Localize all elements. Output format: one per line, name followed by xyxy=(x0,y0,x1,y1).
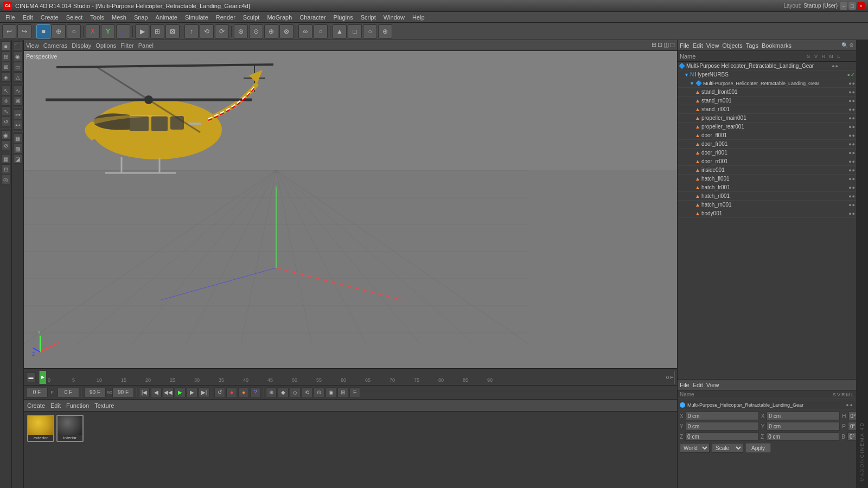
sf-ctrl2[interactable]: ● xyxy=(852,89,855,95)
menu-sculpt[interactable]: Sculpt xyxy=(240,13,263,22)
attr-menu-edit[interactable]: Edit xyxy=(693,382,703,388)
redo-button[interactable]: ↪ xyxy=(17,24,31,38)
menu-plugins[interactable]: Plugins xyxy=(330,13,356,22)
obj-stand-front[interactable]: ▲ stand_front001 ● ● xyxy=(678,88,856,97)
end-frame-input[interactable] xyxy=(84,388,106,397)
menu-script[interactable]: Script xyxy=(358,13,379,22)
coord-y-scale[interactable] xyxy=(767,422,840,431)
tool-effector[interactable]: ⊷ xyxy=(13,120,23,130)
obj-door-rl[interactable]: ▲ door_rl001 ● ● xyxy=(678,149,856,157)
obj-hatch-fr[interactable]: ▲ hatch_fr001 ● ● xyxy=(678,183,856,192)
z-axis-btn[interactable]: Z xyxy=(116,24,130,38)
current-frame-input[interactable] xyxy=(26,388,48,397)
hn-ctrl-v[interactable]: ✓ xyxy=(851,72,855,78)
menu-snap[interactable]: Snap xyxy=(131,13,151,22)
snap-btn[interactable]: ↑ xyxy=(184,24,199,38)
obj-stand-rl[interactable]: ▲ stand_rl001 ● ● xyxy=(678,105,856,114)
obj-settings-icon[interactable]: ⚙ xyxy=(849,42,854,48)
render-preview-btn[interactable]: ▶ xyxy=(135,24,149,38)
tool-sphere[interactable]: ◉ xyxy=(13,52,23,61)
obj-propeller-rear[interactable]: ▲ propeller_rear001 ● ● xyxy=(678,123,856,131)
start-frame-input[interactable] xyxy=(58,388,79,397)
tool-spline[interactable]: ∿ xyxy=(13,86,23,95)
circle-btn[interactable]: ○ xyxy=(314,24,328,38)
menu-mesh[interactable]: Mesh xyxy=(108,13,130,22)
mat-function[interactable]: Function xyxy=(66,402,89,409)
play-btn[interactable]: ▶ xyxy=(175,387,186,398)
record-btn[interactable]: ● xyxy=(226,387,237,398)
help-btn[interactable]: ? xyxy=(250,387,261,398)
foreground-btn[interactable]: ⊗ xyxy=(279,24,293,38)
attr-menu-file[interactable]: File xyxy=(680,382,690,388)
key7-btn[interactable]: F xyxy=(349,387,360,398)
obj-hatch-rn[interactable]: ▲ hatch_rn001 ● ● xyxy=(678,201,856,209)
background-btn[interactable]: ⊕ xyxy=(264,24,278,38)
obj-menu-objects[interactable]: Objects xyxy=(722,42,742,49)
key3-btn[interactable]: ⟲ xyxy=(302,387,312,398)
snap-rotate-btn[interactable]: ⟲ xyxy=(200,24,214,38)
render-btn[interactable]: ⊞ xyxy=(150,24,164,38)
sf-ctrl[interactable]: ● xyxy=(848,89,851,95)
move-tool[interactable]: ✛ xyxy=(1,96,11,106)
material-interior[interactable]: interior xyxy=(56,415,84,442)
root-ctrl-s[interactable]: ● xyxy=(832,63,834,69)
menu-window[interactable]: Window xyxy=(380,13,408,22)
tool-deformer[interactable]: ⊶ xyxy=(13,110,23,119)
loop-btn[interactable]: ↺ xyxy=(214,387,225,398)
tool-mat[interactable]: ◪ xyxy=(13,154,23,164)
sky-btn[interactable]: ⊙ xyxy=(249,24,263,38)
menu-create[interactable]: Create xyxy=(37,13,62,22)
obj-hatch-rl[interactable]: ▲ hatch_rl001 ● ● xyxy=(678,192,856,201)
weld-tool[interactable]: ◎ xyxy=(1,175,11,184)
vp-icon-3[interactable]: ◫ xyxy=(663,41,669,48)
key4-btn[interactable]: ⊙ xyxy=(314,387,324,398)
key5-btn[interactable]: ◉ xyxy=(326,387,336,398)
rotate-tool[interactable]: ↺ xyxy=(1,117,11,126)
sr-ctrl-v[interactable]: ● xyxy=(852,81,855,86)
coord-y-pos[interactable] xyxy=(686,422,759,431)
menu-tools[interactable]: Tools xyxy=(87,13,107,22)
menu-character[interactable]: Character xyxy=(296,13,329,22)
obj-inside[interactable]: ▲ inside001 ● ● xyxy=(678,166,856,175)
mode-edge[interactable]: ⊠ xyxy=(1,62,11,72)
viewport[interactable]: View Cameras Display Options Filter Pane… xyxy=(24,40,677,369)
tool-grid2[interactable]: ▩ xyxy=(13,144,23,153)
brush-tool[interactable]: ◉ xyxy=(1,130,11,140)
tool-nurbs[interactable]: ⌘ xyxy=(13,96,23,106)
material-tool[interactable]: ▦ xyxy=(1,154,11,164)
attr-obj-ctrl2[interactable]: ● xyxy=(850,402,853,408)
hn-ctrl-s[interactable]: ● xyxy=(847,72,850,78)
menu-simulate[interactable]: Simulate xyxy=(182,13,212,22)
maximize-button[interactable]: □ xyxy=(848,2,856,10)
minimize-button[interactable]: − xyxy=(840,2,847,10)
obj-stand-rn[interactable]: ▲ stand_rn001 ● ● xyxy=(678,97,856,105)
render-settings-btn[interactable]: ⊠ xyxy=(165,24,180,38)
go-to-start-btn[interactable]: |◀ xyxy=(139,387,150,398)
undo-button[interactable]: ↩ xyxy=(2,24,16,38)
mat-texture[interactable]: Texture xyxy=(94,402,114,409)
prev-frame-btn[interactable]: ◀ xyxy=(151,387,162,398)
sr-ctrl-s[interactable]: ● xyxy=(848,81,851,86)
motion-path-btn[interactable]: ⊕ xyxy=(266,387,277,398)
mat-create[interactable]: Create xyxy=(27,402,45,409)
sub-expand-icon[interactable]: ▼ xyxy=(690,81,694,86)
scale-tool-button[interactable]: ⊕ xyxy=(52,24,66,38)
y-axis-btn[interactable]: Y xyxy=(101,24,115,38)
obj-menu-tags[interactable]: Tags xyxy=(746,42,758,49)
obj-menu-bookmarks[interactable]: Bookmarks xyxy=(762,42,792,49)
floor-btn[interactable]: ⊛ xyxy=(234,24,248,38)
mode-poly[interactable]: ◈ xyxy=(1,72,11,82)
menu-help[interactable]: Help xyxy=(409,13,428,22)
menu-edit[interactable]: Edit xyxy=(20,13,36,22)
x-axis-btn[interactable]: X xyxy=(86,24,100,38)
obj-menu-view[interactable]: View xyxy=(706,42,719,49)
snap-scale-btn[interactable]: ⟳ xyxy=(215,24,229,38)
root-ctrl-v[interactable]: ● xyxy=(835,63,838,69)
null-btn[interactable]: ○ xyxy=(363,24,377,38)
obj-hatch-fl[interactable]: ▲ hatch_fl001 ● ● xyxy=(678,175,856,183)
vp-icon-1[interactable]: ⊞ xyxy=(652,41,656,48)
mat-edit[interactable]: Edit xyxy=(50,402,61,409)
obj-menu-file[interactable]: File xyxy=(680,42,690,49)
scale-tool[interactable]: ⤡ xyxy=(1,106,11,116)
menu-mograph[interactable]: MoGraph xyxy=(264,13,295,22)
